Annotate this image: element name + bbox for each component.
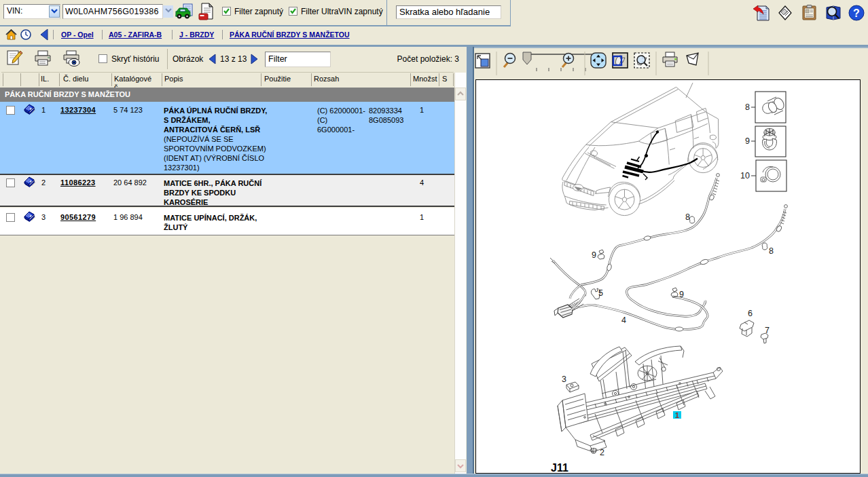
- svg-text:?: ?: [853, 7, 860, 19]
- svg-text:10: 10: [740, 171, 750, 180]
- svg-text:3: 3: [562, 375, 566, 384]
- svg-text:9: 9: [745, 136, 750, 146]
- svg-text:1: 1: [675, 411, 679, 419]
- svg-text:2: 2: [600, 448, 604, 457]
- svg-text:4: 4: [621, 316, 626, 325]
- svg-text:J11: J11: [551, 462, 568, 473]
- svg-text:9: 9: [592, 250, 596, 260]
- svg-text:8: 8: [745, 102, 750, 112]
- svg-text:6: 6: [748, 309, 753, 318]
- svg-text:7: 7: [765, 326, 770, 335]
- svg-text:5: 5: [598, 288, 603, 298]
- svg-text:9: 9: [679, 290, 684, 299]
- svg-text:8: 8: [769, 246, 774, 256]
- svg-text:8: 8: [685, 212, 690, 222]
